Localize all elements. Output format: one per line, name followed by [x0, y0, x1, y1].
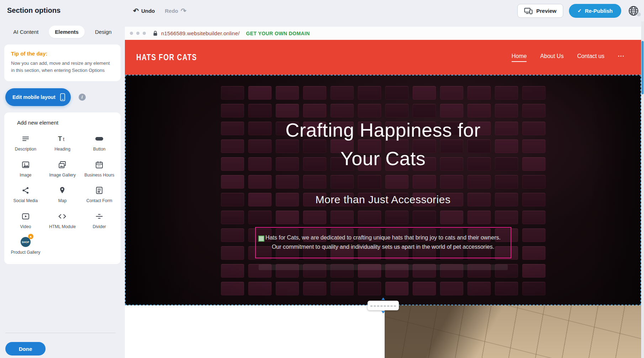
tab-elements[interactable]: Elements	[49, 26, 85, 38]
hero-tile	[522, 246, 545, 260]
done-button[interactable]: Done	[5, 342, 46, 356]
hero-tile	[248, 175, 271, 189]
hero-heading[interactable]: Crafting Happiness for Your Cats	[125, 116, 641, 173]
description-icon	[21, 133, 30, 144]
nav-item-about-us[interactable]: About Us	[540, 53, 564, 62]
element-html-module[interactable]: HTML Module	[44, 211, 81, 230]
element-map[interactable]: Map	[44, 185, 81, 204]
element-button[interactable]: Button	[81, 133, 118, 152]
window-dot	[143, 32, 146, 35]
element-social-media[interactable]: Social Media	[7, 185, 44, 204]
undo-icon: ↶	[133, 7, 139, 14]
selected-text-element[interactable]: Hats for Cats, we are dedicated to craft…	[255, 227, 511, 258]
hero-tile	[303, 282, 326, 295]
hero-tile	[413, 104, 436, 117]
hero-tile	[276, 211, 299, 224]
hero-tile	[331, 86, 354, 100]
element-product-gallery[interactable]: SHOPProduct Gallery	[7, 237, 44, 256]
resize-arrow-up-icon	[381, 298, 385, 300]
hero-tile	[385, 175, 408, 189]
window-controls	[130, 32, 146, 35]
vertical-scrollbar[interactable]	[641, 21, 644, 358]
element-label: HTML Module	[49, 224, 76, 230]
hero-tile	[221, 282, 244, 295]
hero-tile	[385, 86, 408, 100]
hero-heading-line2: Your Cats	[125, 144, 641, 173]
element-business-hours[interactable]: Business Hours	[81, 159, 118, 178]
redo-button[interactable]: Redo ↷	[165, 7, 186, 14]
element-label: Contact Form	[86, 198, 112, 204]
hero-tile	[331, 282, 354, 295]
resize-arrow-down-icon	[381, 311, 385, 314]
hero-section[interactable]: Crafting Happiness for Your Cats More th…	[125, 75, 641, 305]
hero-tile	[221, 86, 244, 100]
topbar-actions: Preview ✓ Re-Publish	[517, 0, 640, 21]
video-icon	[21, 211, 30, 222]
site-nav: HomeAbout UsContact us...	[512, 52, 625, 63]
element-description[interactable]: Description	[7, 133, 44, 152]
scrollbar-thumb[interactable]	[642, 41, 644, 94]
undo-button[interactable]: ↶ Undo	[133, 7, 155, 14]
nav-item-contact-us[interactable]: Contact us	[577, 53, 604, 62]
element-label: Heading	[54, 147, 70, 152]
drag-handle[interactable]	[258, 236, 264, 242]
element-grid: DescriptionTtHeadingButtonImageImage Gal…	[7, 133, 118, 256]
section-resize-handle[interactable]	[368, 301, 399, 310]
info-icon[interactable]: i	[79, 94, 86, 101]
hero-tile	[468, 104, 491, 117]
site-header: HATS FOR CATS HomeAbout UsContact us...	[125, 40, 641, 75]
language-globe-button[interactable]	[627, 4, 640, 17]
business-hours-icon	[95, 159, 104, 170]
hero-tile	[522, 104, 545, 117]
element-label: Social Media	[13, 198, 38, 204]
lock-icon	[153, 31, 158, 36]
hero-tile	[413, 282, 436, 295]
hero-tile	[468, 282, 491, 295]
hero-tile	[358, 86, 381, 100]
hero-tile	[248, 86, 271, 100]
edit-mobile-label: Edit mobile layout	[12, 94, 56, 100]
html-module-icon	[57, 211, 67, 222]
tip-of-the-day-card: Tip of the day: Now you can add, move an…	[4, 44, 121, 81]
sidebar-tabs: AI ContentElementsDesign	[4, 26, 121, 38]
republish-button[interactable]: ✓ Re-Publish	[569, 4, 621, 18]
element-contact-form[interactable]: Contact Form	[81, 185, 118, 204]
nav-more-button[interactable]: ...	[618, 52, 625, 63]
undo-label: Undo	[141, 8, 155, 14]
hero-tile	[522, 86, 545, 100]
element-label: Video	[20, 224, 31, 230]
hero-tile	[495, 175, 518, 189]
edit-mobile-layout-button[interactable]: Edit mobile layout	[5, 88, 71, 106]
hero-tile	[440, 86, 463, 100]
hero-heading-line1: Crafting Happiness for	[125, 116, 641, 144]
window-dot	[130, 32, 133, 35]
hero-tile	[440, 282, 463, 295]
history-controls: ↶ Undo Redo ↷	[133, 0, 186, 21]
hero-subheading[interactable]: More than Just Accessories	[125, 194, 641, 206]
hero-tile	[248, 211, 271, 224]
site-url[interactable]: n1566589.websitebuilder.online/	[161, 30, 240, 36]
preview-button[interactable]: Preview	[517, 4, 563, 18]
element-divider[interactable]: Divider	[81, 211, 118, 230]
element-label: Image Gallery	[49, 173, 76, 178]
tab-ai-content[interactable]: AI Content	[7, 26, 44, 38]
sidebar-divider	[5, 333, 116, 333]
nav-item-home[interactable]: Home	[512, 53, 527, 62]
add-element-card: Add new element DescriptionTtHeadingButt…	[4, 112, 121, 264]
element-heading[interactable]: TtHeading	[44, 133, 81, 152]
get-domain-link[interactable]: GET YOUR OWN DOMAIN	[246, 31, 310, 36]
element-image-gallery[interactable]: Image Gallery	[44, 159, 81, 178]
hero-tile	[413, 86, 436, 100]
hero-tile	[495, 86, 518, 100]
hero-tile	[358, 104, 381, 117]
hero-tile	[303, 175, 326, 189]
element-video[interactable]: Video	[7, 211, 44, 230]
site-logo[interactable]: HATS FOR CATS	[136, 52, 197, 62]
hero-tile	[495, 104, 518, 117]
tip-body: Now you can add, move and resize any ele…	[11, 60, 114, 74]
element-label: Description	[15, 147, 36, 152]
tab-design[interactable]: Design	[89, 26, 118, 38]
element-image[interactable]: Image	[7, 159, 44, 178]
hero-tile	[331, 211, 354, 224]
image-icon	[21, 159, 30, 170]
